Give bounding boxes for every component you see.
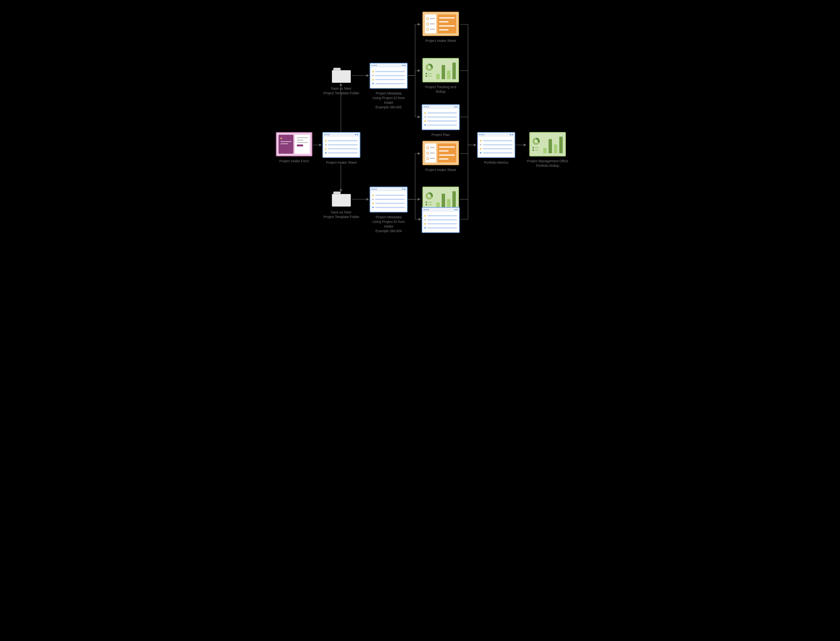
node-label: Project Plan (432, 132, 450, 137)
node-label: Project Intake Sheet (426, 167, 456, 172)
node-label: Project Tracking and Rollup (421, 85, 460, 94)
form-icon (276, 132, 312, 156)
dashboard-icon (422, 58, 459, 82)
node-label: Project Management Office Portfolio Roll… (527, 159, 568, 168)
node-label: Project Intake Sheet (326, 160, 357, 165)
folder-icon (332, 68, 351, 83)
dashboard-icon (529, 132, 566, 156)
intake-map-icon (422, 141, 459, 165)
intake-map-icon (422, 12, 459, 36)
node-label: Project Metadata Using Project ID from I… (369, 215, 408, 234)
sheet-icon (422, 104, 460, 130)
node-label: Save as New: Project Template Folder (323, 86, 360, 95)
sheet-icon (477, 132, 515, 158)
folder-icon (332, 192, 351, 206)
sheet-icon (322, 132, 360, 158)
sheet-icon (369, 187, 408, 213)
node-label: Portfolio Metrics (484, 160, 508, 165)
sheet-icon (422, 207, 460, 233)
flow-diagram: Project Intake Form Project Intake Sheet… (268, 0, 572, 234)
node-label: Save as New: Project Template Folder (323, 210, 360, 219)
node-label: Project Intake Form (279, 159, 309, 163)
sheet-icon (369, 63, 408, 89)
connectors (268, 0, 572, 234)
node-label: Project Intake Sheet (426, 39, 456, 43)
node-label: Project Metadata Using Project ID from I… (369, 91, 408, 110)
